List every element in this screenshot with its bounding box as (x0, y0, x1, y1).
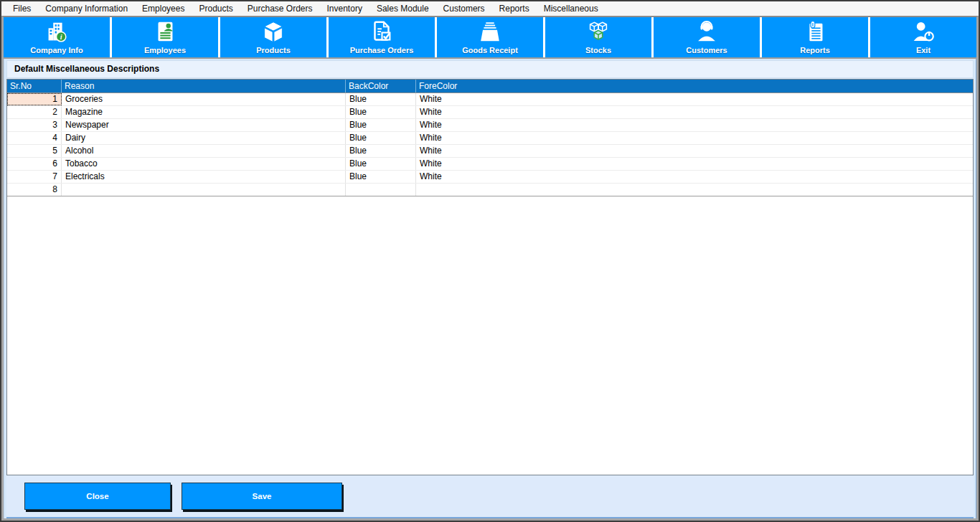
menu-item-customers[interactable]: Customers (436, 1, 492, 16)
menu-item-files[interactable]: Files (6, 1, 38, 16)
toolbar-button-exit[interactable]: Exit (870, 17, 976, 57)
cell-fore-color[interactable]: White (416, 171, 973, 183)
cell-back-color[interactable] (346, 184, 416, 196)
cell-sr-no[interactable]: 8 (7, 184, 62, 196)
toolbar-button-label: Goods Receipt (462, 45, 518, 55)
cell-sr-no[interactable]: 5 (7, 145, 62, 157)
cell-sr-no[interactable]: 2 (7, 106, 62, 118)
toolbar-button-label: Products (256, 45, 291, 55)
cell-reason[interactable]: Groceries (62, 93, 346, 105)
toolbar-button-label: Company Info (30, 45, 83, 55)
cell-reason[interactable]: Alcohol (62, 145, 346, 157)
column-header-sr-no[interactable]: Sr.No (7, 80, 62, 92)
goods-receipt-icon (476, 19, 504, 45)
table-row: 5AlcoholBlueWhite (7, 145, 973, 158)
toolbar-button-purchase-orders[interactable]: Purchase Orders (329, 17, 437, 57)
cell-fore-color[interactable]: White (416, 106, 973, 118)
toolbar-button-company-info[interactable]: i Company Info (4, 17, 112, 57)
cell-fore-color[interactable]: White (416, 145, 973, 157)
toolbar-button-label: Employees (144, 45, 186, 55)
toolbar-button-label: Customers (686, 45, 727, 55)
menu-item-employees[interactable]: Employees (135, 1, 192, 16)
miscellaneous-grid: Sr.NoReasonBackColorForeColor 1Groceries… (6, 79, 974, 475)
menu-item-miscellaneous[interactable]: Miscellaneous (537, 1, 606, 16)
menu-item-products[interactable]: Products (192, 1, 240, 16)
svg-text:i: i (60, 32, 62, 40)
menu-item-purchase-orders[interactable]: Purchase Orders (240, 1, 320, 16)
cell-back-color[interactable]: Blue (346, 132, 416, 144)
window-frame: i Company Info Employees Products Purcha… (1, 16, 979, 521)
cell-back-color[interactable]: Blue (346, 171, 416, 183)
cell-sr-no[interactable]: 1 (7, 93, 62, 105)
reports-icon (801, 19, 829, 45)
cell-fore-color[interactable]: White (416, 132, 973, 144)
column-header-backcolor[interactable]: BackColor (346, 80, 416, 92)
cell-back-color[interactable]: Blue (346, 106, 416, 118)
stocks-icon (585, 19, 612, 45)
menu-item-sales-module[interactable]: Sales Module (369, 1, 436, 16)
toolbar-button-label: Reports (800, 45, 830, 55)
cell-sr-no[interactable]: 7 (7, 171, 62, 183)
table-row: 6TobaccoBlueWhite (7, 158, 973, 171)
save-button[interactable]: Save (182, 483, 342, 510)
cell-back-color[interactable]: Blue (346, 158, 416, 170)
cell-reason[interactable]: Dairy (62, 132, 346, 144)
table-row: 2MagazineBlueWhite (7, 106, 973, 119)
menu-bar: FilesCompany InformationEmployeesProduct… (1, 1, 979, 16)
cell-reason[interactable]: Magazine (62, 106, 346, 118)
toolbar-button-customers[interactable]: Customers (654, 17, 762, 57)
grid-header-row: Sr.NoReasonBackColorForeColor (7, 80, 973, 93)
toolbar-button-reports[interactable]: Reports (762, 17, 870, 57)
footer-panel: Close Save (6, 475, 974, 518)
purchase-orders-icon (368, 19, 395, 45)
table-row: 4DairyBlueWhite (7, 132, 973, 145)
products-icon (260, 19, 287, 45)
column-header-reason[interactable]: Reason (62, 80, 346, 92)
table-row: 7ElectricalsBlueWhite (7, 171, 973, 184)
toolbar-button-label: Exit (916, 45, 930, 55)
close-button[interactable]: Close (24, 483, 171, 510)
grid-empty-area (7, 196, 973, 475)
cell-reason[interactable] (62, 184, 346, 196)
cell-sr-no[interactable]: 6 (7, 158, 62, 170)
cell-back-color[interactable]: Blue (346, 119, 416, 131)
exit-icon (910, 19, 937, 45)
toolbar-button-label: Stocks (585, 45, 611, 55)
table-row: 8 (7, 184, 973, 196)
cell-sr-no[interactable]: 4 (7, 132, 62, 144)
cell-fore-color[interactable]: White (416, 158, 973, 170)
cell-back-color[interactable]: Blue (346, 145, 416, 157)
cell-fore-color[interactable] (416, 184, 973, 196)
menu-item-reports[interactable]: Reports (492, 1, 537, 16)
toolbar-button-label: Purchase Orders (350, 45, 414, 55)
cell-fore-color[interactable]: White (416, 119, 973, 131)
cell-sr-no[interactable]: 3 (7, 119, 62, 131)
cell-reason[interactable]: Tobacco (62, 158, 346, 170)
table-row: 1GroceriesBlueWhite (7, 93, 973, 106)
main-toolbar: i Company Info Employees Products Purcha… (4, 17, 976, 59)
menu-item-inventory[interactable]: Inventory (320, 1, 369, 16)
toolbar-button-employees[interactable]: Employees (112, 17, 220, 57)
cell-fore-color[interactable]: White (416, 93, 973, 105)
table-row: 3NewspaperBlueWhite (7, 119, 973, 132)
cell-back-color[interactable]: Blue (346, 93, 416, 105)
column-header-forecolor[interactable]: ForeColor (416, 80, 973, 92)
menu-item-company-information[interactable]: Company Information (38, 1, 135, 16)
cell-reason[interactable]: Electricals (62, 171, 346, 183)
cell-reason[interactable]: Newspaper (62, 119, 346, 131)
app-window: FilesCompany InformationEmployeesProduct… (0, 0, 980, 522)
main-content: Default Miscellaneous Descriptions Sr.No… (4, 59, 976, 518)
grid-rows: 1GroceriesBlueWhite2MagazineBlueWhite3Ne… (7, 93, 973, 196)
toolbar-button-stocks[interactable]: Stocks (545, 17, 654, 57)
page-title: Default Miscellaneous Descriptions (6, 60, 974, 78)
toolbar-button-products[interactable]: Products (220, 17, 329, 57)
company-info-icon: i (43, 19, 70, 45)
customers-icon (693, 19, 720, 45)
toolbar-button-goods-receipt[interactable]: Goods Receipt (437, 17, 545, 57)
employees-icon (151, 19, 179, 45)
